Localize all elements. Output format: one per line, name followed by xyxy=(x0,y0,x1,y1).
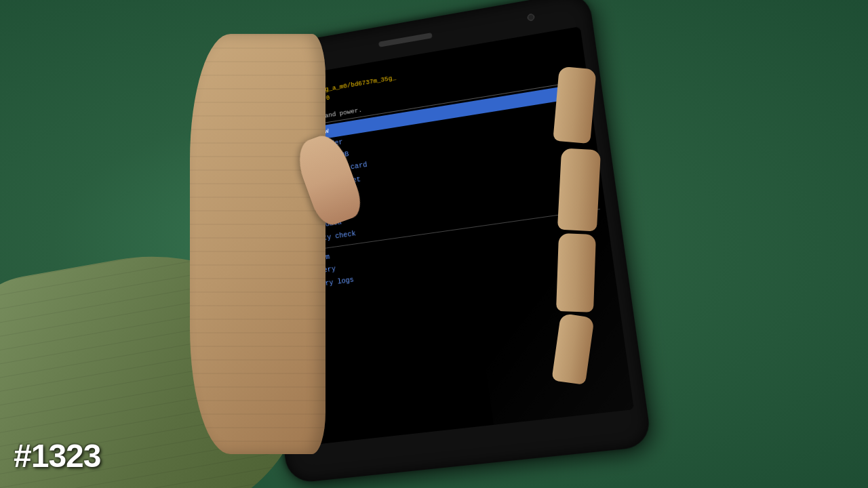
finger-2 xyxy=(557,148,601,232)
palm xyxy=(190,34,326,454)
finger-3 xyxy=(556,233,596,312)
fingers xyxy=(556,54,637,325)
video-number: #1323 xyxy=(14,437,100,474)
finger-1 xyxy=(553,66,596,144)
phone-camera xyxy=(527,14,535,22)
phone-speaker xyxy=(378,33,433,47)
